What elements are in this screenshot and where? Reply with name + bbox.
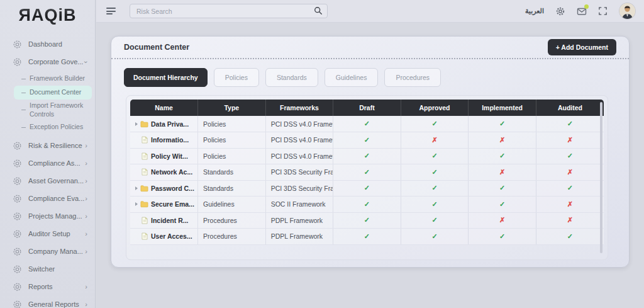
type-cell: Standards [198,164,266,181]
column-header-draft: Draft [333,100,401,116]
fullscreen-icon[interactable] [598,6,608,16]
tab-policies[interactable]: Policies [214,68,259,87]
table-row[interactable]: Password C...StandardsPCI 3DS Security F… [130,180,604,197]
projects-management-icon [13,212,22,221]
status-check-icon: ✓ [364,136,370,144]
tab-guidelines[interactable]: Guidelines [325,68,379,87]
status-check-icon: ✓ [431,232,437,240]
status-cell-approved: ✓ [401,164,469,181]
sidebar-subitem-import-framework-controls[interactable]: Import Framework Controls [14,100,92,120]
status-cell-draft: ✓ [333,180,401,197]
file-icon [140,152,148,160]
name-cell: Password C... [130,180,198,197]
status-cell-audited: ✓ [536,148,604,164]
name-cell: Incident R... [130,212,198,229]
row-expand-caret-icon[interactable] [135,186,138,190]
chevron-right-icon: › [85,231,87,237]
framework-cell: SOC II Framework [265,197,333,213]
name-cell: Informatio... [130,132,198,149]
row-expand-caret-icon[interactable] [135,202,138,206]
framework-cell: PCI 3DS Security Framework [265,180,333,197]
status-cell-audited: ✗ [536,197,604,213]
tab-standards[interactable]: Standards [265,68,318,87]
status-check-icon: ✓ [364,168,370,176]
chevron-down-icon: › [83,60,90,63]
sidebar-nav: Dashboard Corporate Gove...›Framework Bu… [0,30,95,308]
status-cell-implemented: ✓ [469,197,536,213]
table-row[interactable]: Incident R...ProceduresPDPL Framework✓✓✗… [130,212,604,229]
status-cross-icon: ✗ [499,216,505,224]
status-cell-draft: ✓ [333,116,401,132]
table-row[interactable]: Data Priva...PoliciesPCI DSS v4.0 Framew… [130,116,604,132]
search-icon[interactable] [314,6,323,15]
chevron-right-icon: › [85,301,87,308]
settings-gear-icon[interactable] [555,6,565,16]
sidebar-item-switcher[interactable]: Switcher [0,260,95,278]
status-cell-audited: ✗ [536,164,604,181]
compliance-evaluation-icon [13,194,22,203]
sidebar-subitem-label: Framework Builder [30,74,85,83]
table-row[interactable]: Secure Ema...GuidelinesSOC II Framework✓… [130,197,604,213]
framework-cell: PCI DSS v4.0 Framework [265,116,333,132]
status-check-icon: ✓ [364,184,370,191]
table-row[interactable]: Network Ac...StandardsPCI 3DS Security F… [130,164,604,181]
sidebar-subitem-label: Import Framework Controls [30,101,87,118]
sidebar-subitem-label: Exception Policies [30,123,83,132]
sidebar-item-compliance-as[interactable]: Compliance As...› [0,154,95,172]
sidebar-item-auditor-setup[interactable]: Auditor Setup› [0,225,95,242]
sidebar-item-risk-resilience[interactable]: Risk & Resilience› [0,137,95,154]
sidebar-item-company-mana[interactable]: Company Mana...› [0,242,95,260]
search-input[interactable] [130,4,328,18]
file-icon [140,136,148,144]
sidebar-item-reports[interactable]: Reports› [0,278,95,295]
framework-cell: PDPL Framework [265,212,333,229]
status-cell-implemented: ✗ [469,164,536,181]
status-check-icon: ✓ [364,216,370,224]
document-name: Secure Ema... [151,200,194,208]
sidebar-item-asset-governan[interactable]: Asset Governan...› [0,172,95,190]
chevron-right-icon: › [85,283,87,290]
sidebar-subitem-document-center[interactable]: Document Center [14,86,92,100]
file-icon [140,168,148,176]
corporate-governance-icon [13,57,22,67]
row-expand-caret-icon[interactable] [135,122,138,126]
tab-procedures[interactable]: Procedures [384,68,441,87]
status-cell-approved: ✓ [401,116,469,132]
sidebar-subitem-exception-policies[interactable]: Exception Policies [14,120,92,134]
status-cell-implemented: ✓ [469,229,536,245]
table-row[interactable]: User Acces...ProceduresPDPL Framework✓✓✓… [130,229,604,245]
tab-document-hierarchy[interactable]: Document Hierarchy [124,68,208,87]
menu-toggle-icon[interactable] [106,6,116,16]
sidebar-item-projects-manag[interactable]: Projects Manag...› [0,207,95,225]
folder-icon [140,120,148,128]
documents-table-panel: NameTypeFrameworksDraftApprovedImplement… [126,95,608,260]
table-scrollbar[interactable] [600,102,602,253]
asset-governance-icon [13,176,22,186]
sidebar-item-corporate-gove[interactable]: Corporate Gove...› [0,53,95,71]
sidebar-item-dashboard[interactable]: Dashboard [0,35,95,53]
topbar: العربية [96,0,644,23]
language-switcher[interactable]: العربية [525,7,544,15]
status-cell-implemented: ✓ [469,148,536,164]
status-cell-audited: ✓ [536,180,604,197]
table-row[interactable]: Policy Wit...PoliciesPCI DSS v4.0 Framew… [130,148,604,164]
table-row[interactable]: Informatio...PoliciesPCI DSS v4.0 Framew… [130,132,604,149]
status-cell-audited: ✓ [536,229,604,245]
status-check-icon: ✓ [499,184,505,191]
status-cell-draft: ✓ [333,164,401,181]
sidebar-subitem-label: Document Center [30,88,81,97]
status-cell-draft: ✓ [333,212,401,229]
company-management-icon [13,247,22,256]
mail-icon[interactable] [577,6,587,16]
chevron-right-icon: › [85,248,87,255]
general-reports-icon [13,300,22,308]
status-cell-implemented: ✓ [469,180,536,197]
user-avatar[interactable] [619,3,635,19]
sidebar-item-compliance-eva[interactable]: Compliance Eva...› [0,190,95,207]
add-document-button[interactable]: + Add Document [548,39,616,55]
sidebar-subitem-framework-builder[interactable]: Framework Builder [14,72,92,86]
sidebar-item-general-reports[interactable]: General Reports› [0,295,95,308]
status-cross-icon: ✗ [567,136,573,144]
folder-icon [140,200,148,208]
page-title: Document Center [124,43,189,52]
